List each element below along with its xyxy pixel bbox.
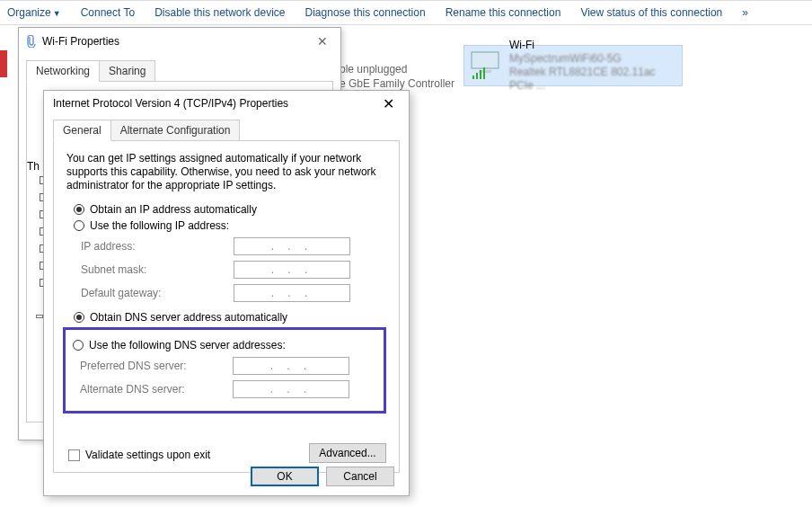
tab-sharing[interactable]: Sharing	[100, 60, 155, 82]
svg-rect-0	[472, 52, 499, 68]
toolbar-view-status[interactable]: View status of this connection	[580, 6, 722, 19]
default-gateway-input[interactable]: . . .	[234, 284, 350, 302]
default-gateway-label: Default gateway:	[81, 287, 234, 299]
bg-th-label: Th	[27, 160, 40, 173]
radio-dns-manual[interactable]: Use the following DNS server addresses:	[73, 339, 376, 351]
wifi-tile-ssid: MySpectrumWiFi60-5G	[509, 52, 676, 66]
ip-address-input[interactable]: . . .	[234, 237, 350, 255]
dns-section-highlight: Use the following DNS server addresses: …	[63, 327, 386, 414]
alternate-dns-label: Alternate DNS server:	[80, 383, 233, 396]
tab-alternate-configuration[interactable]: Alternate Configuration	[111, 120, 241, 141]
radio-ip-manual[interactable]: Use the following IP address:	[74, 219, 386, 232]
bg-text-controller: e GbE Family Controller	[340, 77, 455, 90]
paperclip-icon	[26, 35, 37, 48]
preferred-dns-label: Preferred DNS server:	[80, 360, 233, 372]
tab-networking[interactable]: Networking	[26, 60, 100, 82]
ipv4-properties-dialog: Internet Protocol Version 4 (TCP/IPv4) P…	[43, 90, 410, 496]
validate-settings-label: Validate settings upon exit	[85, 449, 210, 461]
radio-icon	[74, 220, 84, 231]
radio-icon	[74, 204, 84, 215]
wifi-properties-titlebar: Wi-Fi Properties ✕	[19, 28, 340, 55]
ipv4-description: You can get IP settings assigned automat…	[66, 152, 386, 192]
subnet-mask-input[interactable]: . . .	[234, 261, 350, 279]
wifi-tile-title: Wi-Fi	[509, 39, 676, 52]
network-connection-wifi[interactable]: Wi-Fi MySpectrumWiFi60-5G Realtek RTL882…	[463, 45, 683, 86]
radio-dns-auto-label: Obtain DNS server address automatically	[90, 311, 287, 324]
radio-dns-auto[interactable]: Obtain DNS server address automatically	[74, 311, 386, 324]
close-icon[interactable]: ✕	[312, 32, 333, 50]
validate-settings-row[interactable]: Validate settings upon exit	[68, 449, 210, 461]
cancel-button[interactable]: Cancel	[326, 467, 394, 486]
close-icon[interactable]: ✕	[377, 95, 400, 112]
ipv4-titlebar: Internet Protocol Version 4 (TCP/IPv4) P…	[44, 91, 409, 116]
toolbar-rename[interactable]: Rename this connection	[446, 6, 561, 19]
wifi-adapter-icon	[470, 48, 504, 84]
toolbar-diagnose[interactable]: Diagnose this connection	[305, 6, 426, 19]
radio-dns-manual-label: Use the following DNS server addresses:	[89, 339, 286, 351]
radio-ip-manual-label: Use the following IP address:	[90, 219, 229, 232]
radio-ip-auto[interactable]: Obtain an IP address automatically	[74, 203, 386, 216]
wifi-properties-title: Wi-Fi Properties	[42, 35, 119, 48]
selection-edge	[0, 50, 7, 77]
chevron-down-icon: ▼	[51, 9, 61, 18]
wifi-tile-adapter: Realtek RTL8821CE 802.11ac PCIe ...	[509, 66, 676, 93]
radio-icon	[73, 340, 84, 351]
bg-underbar	[36, 315, 43, 318]
ok-button[interactable]: OK	[251, 467, 319, 486]
toolbar-disable[interactable]: Disable this network device	[154, 6, 285, 19]
wifi-tile-text: Wi-Fi MySpectrumWiFi60-5G Realtek RTL882…	[509, 39, 676, 93]
radio-icon	[74, 312, 84, 323]
explorer-toolbar: Organize▼ Connect To Disable this networ…	[0, 0, 812, 25]
subnet-mask-label: Subnet mask:	[81, 263, 234, 276]
preferred-dns-input[interactable]: . . .	[233, 357, 349, 375]
radio-ip-auto-label: Obtain an IP address automatically	[90, 203, 257, 216]
bg-text-unplugged: ble unplugged	[340, 63, 407, 76]
ipv4-title: Internet Protocol Version 4 (TCP/IPv4) P…	[53, 97, 288, 110]
toolbar-more[interactable]: »	[742, 6, 748, 19]
alternate-dns-input[interactable]: . . .	[233, 380, 349, 398]
toolbar-organize[interactable]: Organize▼	[7, 6, 61, 19]
checkbox-icon	[68, 449, 80, 461]
toolbar-connect[interactable]: Connect To	[81, 6, 136, 19]
tab-general[interactable]: General	[53, 120, 111, 141]
ip-address-label: IP address:	[81, 240, 234, 253]
advanced-button[interactable]: Advanced...	[309, 443, 386, 463]
